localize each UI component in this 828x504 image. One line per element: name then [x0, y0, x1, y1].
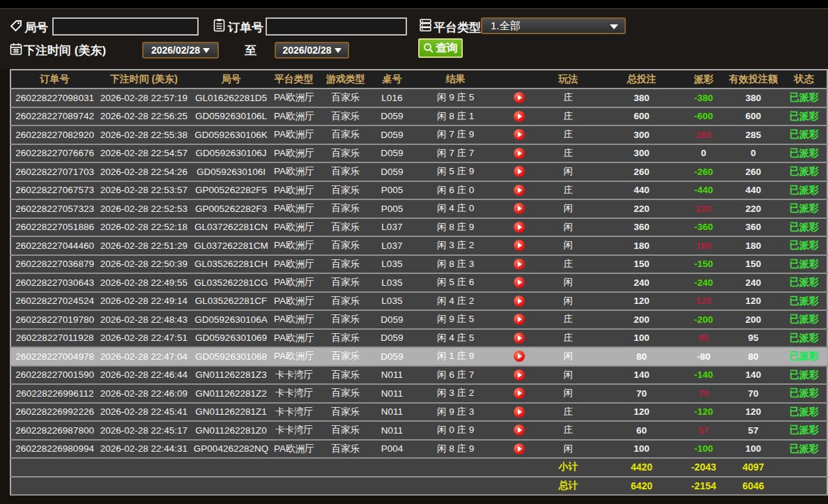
platform-select[interactable]: 1.全部: [481, 17, 626, 34]
play-video-icon[interactable]: [514, 388, 525, 399]
subtotal-row-cell: [503, 458, 535, 477]
play-video-icon[interactable]: [514, 92, 525, 103]
grand-total-row-cell: [189, 477, 273, 496]
date-to-select[interactable]: 2026/02/28: [275, 42, 349, 59]
bet-time-label: 下注时间 (美东): [24, 43, 106, 59]
date-from-value: 2026/02/28: [151, 45, 200, 56]
total-bet-cell: 100: [601, 440, 682, 459]
table-row[interactable]: 260228227011928 2026-02-28 22:47:51 GD05…: [10, 329, 827, 348]
table-row[interactable]: 260228227057323 2026-02-28 22:52:53 GP00…: [10, 199, 827, 218]
game-no-input[interactable]: [52, 17, 199, 36]
play-video-icon[interactable]: [514, 314, 525, 325]
status-cell: 已派彩: [781, 366, 827, 385]
play-video-icon[interactable]: [514, 148, 525, 159]
subtotal-row-cell: [408, 458, 503, 477]
table-no-cell: L037: [376, 236, 408, 255]
game-no-cell: GP005262282F3: [189, 199, 273, 218]
table-row[interactable]: 260228227044460 2026-02-28 22:51:29 GL03…: [10, 236, 827, 255]
play-type-cell: 闲: [535, 347, 601, 366]
table-row[interactable]: 260228227051886 2026-02-28 22:52:18 GL03…: [10, 218, 827, 237]
table-row[interactable]: 260228227098031 2026-02-28 22:57:19 GL01…: [10, 89, 827, 107]
valid-bet-cell: 360: [726, 218, 781, 237]
play-type-cell: 庄: [535, 329, 601, 348]
status-cell: 已派彩: [781, 89, 827, 107]
bet-time-cell: 2026-02-28 22:45:17: [98, 421, 189, 440]
video-cell: [503, 144, 535, 163]
table-row[interactable]: 260228227089742 2026-02-28 22:56:25 GD05…: [10, 107, 827, 126]
valid-bet-cell: 0: [726, 144, 781, 163]
table-row[interactable]: 260228227001590 2026-02-28 22:46:44 GN01…: [10, 366, 827, 385]
bet-time-cell: 2026-02-28 22:45:41: [98, 403, 189, 422]
grand-total-row-cell: -2154: [682, 477, 726, 496]
game-no-cell: GD05926301068: [189, 347, 273, 366]
clipboard-icon: [213, 18, 226, 33]
status-cell: 已派彩: [781, 255, 827, 274]
play-video-icon[interactable]: [514, 222, 525, 233]
video-cell: [503, 366, 535, 385]
table-row[interactable]: 260228226996112 2026-02-28 22:46:09 GN01…: [10, 384, 827, 403]
play-video-icon[interactable]: [514, 203, 525, 214]
payout-cell: 120: [682, 292, 726, 311]
play-video-icon[interactable]: [514, 166, 525, 177]
subtotal-row-cell: 小计: [535, 458, 601, 477]
play-type-cell: 庄: [535, 255, 601, 274]
table-row[interactable]: 260228227076676 2026-02-28 22:54:57 GD05…: [10, 144, 827, 163]
table-row[interactable]: 260228227082920 2026-02-28 22:55:38 GD05…: [10, 125, 827, 144]
table-row[interactable]: 260228227030643 2026-02-28 22:49:55 GL03…: [10, 273, 827, 292]
status-cell: 已派彩: [781, 421, 827, 440]
total-bet-cell: 80: [601, 347, 682, 366]
play-video-icon[interactable]: [514, 185, 525, 196]
table-no-cell: D059: [376, 162, 408, 181]
payout-cell: 220: [682, 199, 726, 218]
play-video-icon[interactable]: [514, 129, 525, 140]
table-row[interactable]: 260228227024524 2026-02-28 22:49:14 GL03…: [10, 292, 827, 311]
filter-panel: 局号 订单号 平台类型 1.全部 下注时间 (美东) 2026/02/28 至 …: [0, 8, 828, 69]
play-video-icon[interactable]: [514, 277, 525, 288]
game-no-cell: GL037262281CN: [189, 218, 273, 237]
table-row[interactable]: 260228227071703 2026-02-28 22:54:26 GD05…: [10, 162, 827, 181]
play-video-icon[interactable]: [514, 425, 525, 436]
play-video-icon[interactable]: [514, 111, 525, 122]
table-no-cell: L035: [376, 292, 408, 311]
video-cell: [503, 347, 535, 366]
column-header: 总投注: [601, 70, 682, 89]
table-row[interactable]: 260228226987800 2026-02-28 22:45:17 GN01…: [10, 421, 827, 440]
result-cell: 闲 4 庄 0: [408, 199, 503, 218]
table-row[interactable]: 260228227036879 2026-02-28 22:50:39 GL03…: [10, 255, 827, 274]
table-no-cell: D059: [376, 347, 408, 366]
chevron-down-icon: [610, 24, 618, 29]
query-button[interactable]: 查询: [418, 38, 463, 58]
grand-total-row-cell: [273, 477, 315, 496]
play-video-icon[interactable]: [514, 296, 525, 307]
date-from-select[interactable]: 2026/02/28: [142, 42, 219, 59]
table-no-cell: D059: [376, 125, 408, 144]
play-video-icon[interactable]: [514, 351, 525, 362]
game-type-cell: 百家乐: [315, 89, 376, 107]
bet-time-cell: 2026-02-28 22:47:51: [98, 329, 189, 348]
table-row[interactable]: 260228227019780 2026-02-28 22:48:43 GD05…: [10, 310, 827, 329]
play-video-icon[interactable]: [514, 443, 525, 455]
table-row[interactable]: 260228227067573 2026-02-28 22:53:57 GP00…: [10, 181, 827, 200]
play-type-cell: 庄: [535, 310, 601, 329]
bet-time-cell: 2026-02-28 22:56:25: [98, 107, 189, 126]
valid-bet-cell: 285: [726, 125, 781, 144]
play-video-icon[interactable]: [514, 240, 525, 251]
play-type-cell: 闲: [535, 162, 601, 181]
result-cell: 闲 5 庄 6: [408, 273, 503, 292]
table-row[interactable]: 260228227004978 2026-02-28 22:47:04 GD05…: [10, 347, 827, 366]
play-type-cell: 闲: [535, 366, 601, 385]
payout-cell: -80: [682, 347, 726, 366]
play-video-icon[interactable]: [514, 406, 525, 418]
table-row[interactable]: 260228226980994 2026-02-28 22:44:31 GP00…: [10, 440, 827, 459]
to-label: 至: [245, 43, 256, 59]
payout-cell: -360: [682, 218, 726, 237]
play-type-cell: 闲: [535, 440, 601, 459]
game-no-cell: GD0592630106A: [189, 310, 273, 329]
table-row[interactable]: 260228226992226 2026-02-28 22:45:41 GN01…: [10, 403, 827, 422]
play-video-icon[interactable]: [514, 369, 525, 381]
column-header: [503, 70, 535, 89]
play-video-icon[interactable]: [514, 259, 525, 270]
play-video-icon[interactable]: [514, 333, 525, 344]
result-cell: 闲 4 庄 2: [408, 292, 503, 311]
order-no-input[interactable]: [266, 17, 407, 36]
